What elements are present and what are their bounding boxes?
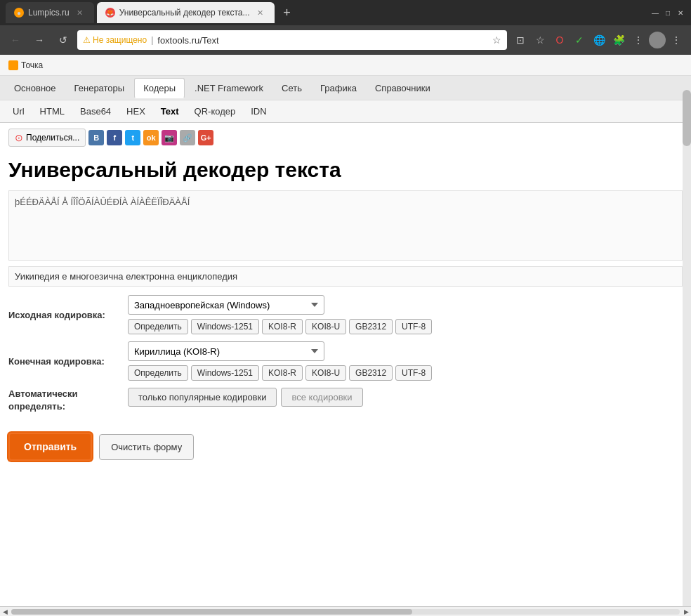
nav-kodery[interactable]: Кодеры [134,78,185,98]
target-quick-btns: Определить Windows-1251 KOI8-R KOI8-U GB… [128,365,683,381]
nav-dotnet[interactable]: .NET Framework [186,79,272,98]
toolbar-icons: ⊡ ☆ O ✓ 🌐 🧩 ⋮ ⋮ [511,31,685,49]
more-icon[interactable]: ⋮ [667,31,685,49]
extensions-icon[interactable]: 🧩 [610,31,628,49]
source-btn-detect[interactable]: Определить [128,319,188,334]
sub-nav-qr[interactable]: QR-кодер [187,103,243,119]
share-icon: ⊙ [15,132,23,143]
auto-popular-button[interactable]: только популярные кодировки [128,388,277,407]
social-vk-icon[interactable]: В [88,130,104,145]
social-link-icon[interactable]: 🔗 [180,130,195,145]
action-buttons: Отправить Очистить форму [0,427,691,472]
garbled-text-input[interactable]: þÉÉÐÄÀÅÍ Å ÍÎÎÖÃÍÀÛÉÐÍÀ ÀÍÀÊËÏÎÐÄÀÅÍ [8,190,683,261]
forward-button[interactable]: → [29,30,49,50]
target-btn-win1251[interactable]: Windows-1251 [191,365,259,381]
tab-foxtools[interactable]: 🦊 Универсальный декодер текста... ✕ [97,2,275,23]
social-inst-icon[interactable]: 📷 [162,130,177,145]
tab-lumpics[interactable]: ● Lumpics.ru ✕ [6,2,94,23]
star-icon[interactable]: ☆ [531,31,549,49]
new-tab-button[interactable]: + [277,3,297,22]
bookmark-icon[interactable]: ☆ [492,34,501,46]
nav-grafika[interactable]: Графика [312,79,365,98]
source-btn-gb2312[interactable]: GB2312 [349,319,393,334]
sub-nav-url[interactable]: Url [6,103,32,119]
source-encoding-row: Исходная кодировка: Западноевропейская (… [8,295,683,334]
auto-detect-section: Автоматически определять: только популяр… [8,388,683,413]
auto-all-button[interactable]: все кодировки [281,388,362,407]
source-btn-koi8u[interactable]: KOI8-U [305,319,346,334]
target-btn-koi8r[interactable]: KOI8-R [262,365,303,381]
nav-set[interactable]: Сеть [273,79,310,98]
source-encoding-select[interactable]: Западноевропейская (Windows) Кириллица (… [128,295,324,315]
target-btn-utf8[interactable]: UTF-8 [395,365,432,381]
h-scrollbar-thumb[interactable] [11,609,412,615]
reload-button[interactable]: ↺ [53,30,73,50]
minimize-button[interactable]: — [650,8,660,18]
scroll-left-arrow[interactable]: ◀ [0,607,10,617]
horizontal-scrollbar[interactable]: ◀ ▶ [0,606,691,616]
auto-detect-btns: только популярные кодировки все кодировк… [128,388,363,407]
source-btn-utf8[interactable]: UTF-8 [395,319,432,334]
target-encoding-control: Кириллица (KOI8-R) Кириллица (Windows-12… [128,341,683,381]
submit-button[interactable]: Отправить [8,433,92,461]
target-encoding-select[interactable]: Кириллица (KOI8-R) Кириллица (Windows-12… [128,341,324,361]
scrollbar-track [11,609,680,615]
clear-button[interactable]: Очистить форму [99,434,194,460]
close-button[interactable]: ✕ [676,8,685,18]
vpn-icon[interactable]: 🌐 [590,31,608,49]
target-btn-koi8u[interactable]: KOI8-U [305,365,346,381]
bookmark-label: Точка [21,60,43,70]
main-nav: Основное Генераторы Кодеры .NET Framewor… [0,76,691,100]
form-section: Исходная кодировка: Западноевропейская (… [0,289,691,427]
share-bar: ⊙ Поделиться... В f t ok 📷 🔗 G+ [0,123,691,152]
social-gp-icon[interactable]: G+ [198,130,213,145]
cast-icon[interactable]: ⊡ [511,31,529,49]
sub-nav-base64[interactable]: Base64 [73,103,118,119]
bookmark-tochka[interactable]: Точка [6,59,46,72]
url-bar[interactable]: ⚠ Не защищено | foxtools.ru/Text ☆ [77,30,507,50]
bookmark-bar: Точка [0,55,691,76]
social-tw-icon[interactable]: t [125,130,140,145]
target-encoding-row: Конечная кодировка: Кириллица (KOI8-R) К… [8,341,683,381]
scrollbar-thumb[interactable] [683,90,691,146]
result-text: Уикипедия е многоезична електронна енцик… [8,266,683,287]
tab-foxtools-close[interactable]: ✕ [254,7,266,19]
page-title: Универсальный декодер текста [0,152,691,190]
social-ok-icon[interactable]: ok [143,130,159,145]
tab-lumpics-close[interactable]: ✕ [74,7,86,19]
sub-nav-html[interactable]: HTML [33,103,72,119]
source-btn-koi8r[interactable]: KOI8-R [262,319,303,334]
target-btn-gb2312[interactable]: GB2312 [349,365,393,381]
source-btn-win1251[interactable]: Windows-1251 [191,319,259,334]
window-controls: — □ ✕ [650,8,685,18]
source-encoding-label: Исходная кодировка: [8,310,128,320]
menu-icon[interactable]: ⋮ [629,31,647,49]
social-fb-icon[interactable]: f [107,130,122,145]
nav-spravochniki[interactable]: Справочники [367,79,439,98]
foxtools-favicon: 🦊 [105,8,115,18]
sub-nav: Url HTML Base64 HEX Text QR-кодер IDN [0,100,691,122]
title-bar: ● Lumpics.ru ✕ 🦊 Универсальный декодер т… [0,0,691,25]
nav-osnovnoe[interactable]: Основное [6,79,65,98]
website: Основное Генераторы Кодеры .NET Framewor… [0,76,691,606]
target-btn-detect[interactable]: Определить [128,365,188,381]
nav-generatory[interactable]: Генераторы [66,79,133,98]
sub-nav-text[interactable]: Text [154,103,186,119]
maximize-button[interactable]: □ [663,8,673,18]
user-avatar[interactable] [649,32,666,48]
opera-icon[interactable]: O [551,31,569,49]
scroll-right-arrow[interactable]: ▶ [681,607,691,617]
security-warning: ⚠ Не защищено [83,35,147,45]
back-button[interactable]: ← [6,30,25,50]
vertical-scrollbar[interactable] [683,76,691,606]
url-text: foxtools.ru/Text [157,35,488,46]
shield-icon[interactable]: ✓ [570,31,588,49]
target-encoding-label: Конечная кодировка: [8,356,128,367]
tab-foxtools-label: Универсальный декодер текста... [119,8,250,18]
content-area: Основное Генераторы Кодеры .NET Framewor… [0,76,691,606]
tab-lumpics-label: Lumpics.ru [28,8,70,18]
share-button[interactable]: ⊙ Поделиться... [8,129,86,147]
sub-nav-hex[interactable]: HEX [119,103,152,119]
bookmark-favicon [8,60,18,70]
sub-nav-idn[interactable]: IDN [244,103,273,119]
